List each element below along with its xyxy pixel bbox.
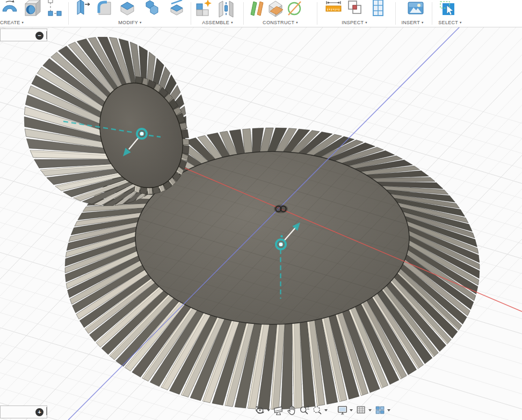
new-component-icon[interactable] xyxy=(194,0,213,19)
offset-face-icon[interactable] xyxy=(168,0,186,19)
timeline-collapsed-bar[interactable]: + xyxy=(0,405,47,418)
create-menu-label: CREATE xyxy=(0,20,20,25)
orbit-icon xyxy=(254,404,266,416)
joint-icon[interactable] xyxy=(217,0,235,19)
measure-icon[interactable] xyxy=(324,0,343,19)
grid-menu-caret[interactable] xyxy=(368,409,372,411)
browser-collapsed-bar[interactable]: − xyxy=(0,28,47,41)
inspect-menu-label: INSPECT xyxy=(342,20,364,25)
midplane-icon[interactable] xyxy=(266,0,285,19)
browser-panel-handle[interactable] xyxy=(46,31,47,39)
pan-icon xyxy=(286,404,298,416)
create-menu-arrow: ▾ xyxy=(22,20,24,24)
toolbar-group-modify: MODIFY▾ xyxy=(69,0,191,27)
small-bevel-gear[interactable] xyxy=(24,37,196,206)
orbit-tool[interactable] xyxy=(253,404,266,417)
orbit-menu-caret[interactable] xyxy=(267,409,270,411)
grid-and-snaps-tool[interactable] xyxy=(355,404,368,417)
rectangular-pattern-icon[interactable] xyxy=(45,0,63,19)
look-at-tool[interactable] xyxy=(272,404,285,417)
display-settings-tool[interactable] xyxy=(336,404,349,417)
main-toolbar: CREATE▾ MODIFY▾ ASSEMBLE▾ xyxy=(0,0,522,27)
insert-menu-label: INSERT xyxy=(401,20,420,25)
viewports-tool[interactable] xyxy=(374,404,387,417)
assemble-menu-arrow: ▾ xyxy=(231,20,233,24)
assemble-menu[interactable]: ASSEMBLE▾ xyxy=(202,20,233,25)
inspect-menu[interactable]: INSPECT▾ xyxy=(342,20,367,25)
revolve-icon[interactable] xyxy=(1,0,19,19)
fillet-icon[interactable] xyxy=(96,0,114,19)
toolbar-group-select: SELECT▾ xyxy=(432,0,522,27)
navigation-bar xyxy=(253,404,393,417)
viewports-icon xyxy=(374,404,386,416)
fit-tool[interactable] xyxy=(311,404,324,417)
look-at-icon xyxy=(273,404,285,416)
modify-menu-label: MODIFY xyxy=(118,20,138,25)
construct-menu-arrow: ▾ xyxy=(296,20,298,24)
fit-icon xyxy=(311,404,323,416)
display-settings-menu-caret[interactable] xyxy=(350,409,353,411)
zoom-icon xyxy=(299,404,310,416)
press-pull-icon[interactable] xyxy=(74,0,92,19)
assemble-menu-label: ASSEMBLE xyxy=(202,20,229,25)
toolbar-group-assemble: ASSEMBLE▾ xyxy=(191,0,243,27)
viewports-menu-caret[interactable] xyxy=(387,409,390,411)
chamfer-icon[interactable] xyxy=(118,0,136,19)
origin-marker[interactable] xyxy=(274,205,288,213)
combine-icon[interactable] xyxy=(143,0,161,19)
modify-menu-arrow: ▾ xyxy=(140,20,142,24)
viewport-3d-canvas[interactable] xyxy=(0,0,522,420)
toolbar-group-construct: CONSTRUCT▾ xyxy=(244,0,317,27)
inspect-menu-arrow: ▾ xyxy=(365,20,367,24)
fit-menu-caret[interactable] xyxy=(324,409,328,411)
timeline-panel-handle[interactable] xyxy=(46,407,47,415)
offset-plane-icon[interactable] xyxy=(248,0,266,19)
select-menu-arrow: ▾ xyxy=(460,20,462,24)
toolbar-group-insert: INSERT▾ xyxy=(396,0,432,27)
insert-menu[interactable]: INSERT▾ xyxy=(401,20,423,25)
interference-icon[interactable] xyxy=(346,0,364,19)
grid-icon xyxy=(356,404,367,416)
collapse-browser-button[interactable]: − xyxy=(35,32,44,40)
select-menu[interactable]: SELECT▾ xyxy=(438,20,461,25)
canvas-image-icon[interactable] xyxy=(407,0,425,19)
pan-tool[interactable] xyxy=(285,404,298,417)
toolbar-group-create: CREATE▾ xyxy=(0,0,68,27)
create-menu[interactable]: CREATE▾ xyxy=(0,20,24,25)
expand-timeline-button[interactable]: + xyxy=(35,408,44,416)
construct-menu-label: CONSTRUCT xyxy=(263,20,294,25)
construct-menu[interactable]: CONSTRUCT▾ xyxy=(263,20,298,25)
display-settings-icon xyxy=(337,404,349,416)
insert-menu-arrow: ▾ xyxy=(422,20,424,24)
toolbar-group-inspect: INSPECT▾ xyxy=(317,0,395,27)
select-menu-label: SELECT xyxy=(438,20,458,25)
modify-menu[interactable]: MODIFY▾ xyxy=(118,20,141,25)
hole-icon[interactable] xyxy=(23,0,41,19)
zoom-tool[interactable] xyxy=(298,404,311,417)
axis-icon[interactable] xyxy=(285,0,303,19)
select-icon[interactable] xyxy=(438,0,456,19)
section-analysis-icon[interactable] xyxy=(369,0,387,19)
